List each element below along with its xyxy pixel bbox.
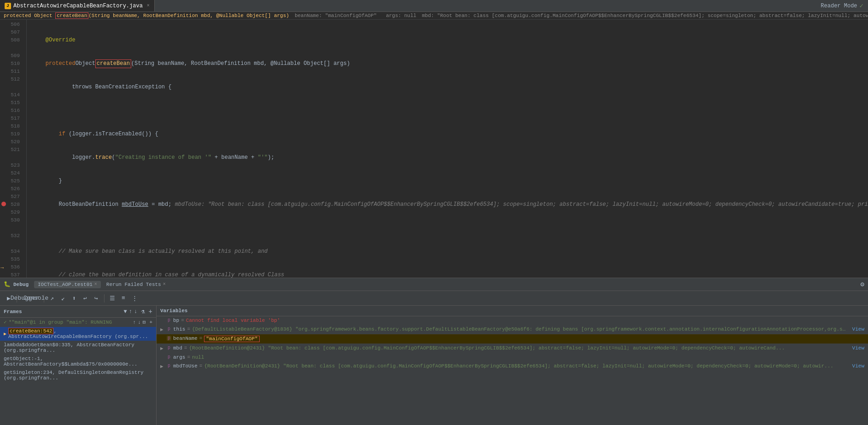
frames-list: ✓ *"main"@1 in group "main": RUNNING ↑ ↓… [0, 318, 156, 425]
debug-title: 🐛 Debug [4, 281, 29, 288]
code-line-509: if (logger.isTraceEnabled()) { [30, 130, 868, 138]
code-line-506: @Override [30, 36, 868, 44]
view-link-mbd[interactable]: View [852, 345, 864, 351]
variables-header: Variables [157, 306, 868, 316]
var-type-icon-bp: p [167, 318, 171, 323]
debug-title-label: Debug [13, 282, 29, 287]
code-line-508: throws BeanCreationException { [30, 83, 868, 91]
debug-tab-ioct-label: IOCTest_AOP.test01 [38, 282, 93, 287]
var-eq-mbd: = [184, 345, 187, 351]
view-link-this[interactable]: View [852, 326, 864, 332]
var-expand-this[interactable]: ▶ [160, 326, 165, 332]
frame-item-2[interactable]: getObject:-1, AbstractBeanFactory$$Lambd… [0, 355, 156, 368]
code-line-blank1 [30, 107, 868, 115]
evaluate-button[interactable]: ↪ [91, 293, 101, 303]
var-eq-this: = [187, 326, 190, 332]
var-name-beanname: beanName [173, 336, 198, 341]
var-item-bp: p bp = Cannot find local variable 'bp' [157, 316, 868, 325]
frames-funnel-icon[interactable]: ⚗ [141, 308, 145, 315]
createBean-highlight: createBean [95, 59, 131, 68]
settings-icon[interactable]: ⚙ [861, 280, 864, 288]
code-line-514: // Make sure bean class is actually reso… [30, 248, 868, 256]
frames-panel: Frames ▼ ↑ ↓ ⚗ + ✓ *"main"@1 in group "m… [0, 306, 157, 425]
var-type-icon-mbd: p [167, 345, 171, 350]
frame-0-icon: ▶ [4, 331, 6, 337]
frame-item-1[interactable]: lambda$doGetBean$0:335, AbstractBeanFact… [0, 341, 156, 355]
tab-label: AbstractAutowireCapableBeanFactory.java [13, 3, 143, 9]
watches-button[interactable]: ≡ [118, 293, 128, 303]
variables-list: p bp = Cannot find local variable 'bp' ▶… [157, 316, 868, 425]
step-over-button[interactable]: ↗ [47, 293, 57, 303]
current-line-arrow: → [0, 265, 4, 271]
frames-up-icon[interactable]: ↑ [129, 309, 132, 315]
thread-add-icon[interactable]: + [149, 320, 152, 325]
view-link-mbdtouse[interactable]: View [852, 363, 864, 369]
tab-close-button[interactable]: × [147, 3, 150, 8]
thread-item: ✓ *"main"@1 in group "main": RUNNING ↑ ↓… [0, 318, 156, 327]
debug-tab-rerun[interactable]: Rerun Failed Tests × [103, 281, 169, 288]
frames-down-icon[interactable]: ↓ [134, 309, 137, 315]
var-value-bp: Cannot find local variable 'bp' [186, 318, 864, 323]
frames-add-icon[interactable]: + [149, 308, 152, 315]
var-value-mbdtouse: {RootBeanDefinition@2431} "Root bean: cl… [204, 363, 848, 369]
more-button[interactable]: ⋮ [129, 293, 140, 303]
main-tab[interactable]: J AbstractAutowireCapableBeanFactory.jav… [0, 0, 155, 12]
var-type-icon-args: p [167, 355, 171, 360]
frames-button[interactable]: ☰ [107, 293, 117, 303]
hint-bar: protected Object createBean(String beanN… [0, 12, 868, 20]
var-name-mbdtouse: mbdToUse [173, 363, 198, 369]
var-expand-mbd[interactable]: ▶ [160, 345, 165, 351]
thread-expand-icon[interactable]: ↑ [133, 320, 136, 325]
debug-tab-rerun-close[interactable]: × [163, 282, 166, 287]
code-line-512: RootBeanDefinition mbdToUse = mbd; mbdTo… [30, 201, 868, 209]
var-type-icon-this: p [167, 326, 171, 332]
debug-tab-ioct-close[interactable]: × [94, 282, 97, 287]
thread-label: *"main"@1 in group "main": RUNNING [9, 320, 112, 325]
var-name-mbd: mbd [173, 345, 182, 351]
console-tab-btn[interactable]: Console [31, 293, 41, 303]
frame-item-0[interactable]: ▶ createBean:542, AbstractAutowireCapabl… [0, 327, 156, 341]
frame-item-3[interactable]: getSingleton:234, DefaultSingletonBeanRe… [0, 368, 156, 382]
var-value-beanname: "mainConfigOfAOP" [204, 336, 259, 342]
console-tab-label: Console [23, 295, 49, 302]
var-item-mbd: ▶ p mbd = {RootBeanDefinition@2431} "Roo… [157, 344, 868, 353]
step-out-button[interactable]: ⬆ [69, 293, 79, 303]
var-item-this: ▶ p this = {DefaultListableBeanFactory@1… [157, 325, 868, 334]
var-expand-mbdtouse[interactable]: ▶ [160, 363, 165, 369]
java-file-icon: J [5, 3, 11, 9]
reader-mode-label: Reader Mode [821, 3, 857, 9]
code-editor: → 506 507 508 509 510 511 512 514 515 51… [0, 20, 868, 278]
var-name-args: args [173, 355, 185, 360]
debug-tab-ioct[interactable]: IOCTest_AOP.test01 × [34, 281, 101, 288]
toolbar-sep-3 [104, 294, 105, 303]
var-eq-bp: = [181, 318, 184, 323]
frame-1-text: lambda$doGetBean$0:335, AbstractBeanFact… [4, 342, 152, 353]
run-to-cursor-button[interactable]: ↩ [80, 293, 90, 303]
reader-mode-checkmark: ✓ [860, 2, 863, 10]
hint-method: protected Object createBean(String beanN… [4, 13, 289, 18]
frame-2-text: getObject:-1, AbstractBeanFactory$$Lambd… [4, 356, 152, 367]
var-eq-mbdtouse: = [199, 363, 203, 369]
thread-down-icon[interactable]: ↓ [138, 320, 141, 325]
variables-panel: Variables p bp = Cannot find local varia… [157, 306, 868, 425]
var-type-icon-beanname: p [167, 336, 171, 341]
var-value-this: {DefaultListableBeanFactory@1836} "org.s… [192, 326, 849, 332]
frames-filter-icon[interactable]: ▼ [124, 309, 127, 315]
thread-check-icon: ✓ [4, 319, 7, 325]
gutter: → [0, 20, 7, 278]
breakpoint-indicator [1, 202, 6, 206]
var-eq-beanname: = [199, 336, 203, 341]
frames-header: Frames ▼ ↑ ↓ ⚗ + [0, 306, 156, 318]
thread-filter-icon[interactable]: ⊟ [143, 319, 146, 325]
code-line-515: // clone the bean definition in case of … [30, 271, 868, 278]
tab-bar: J AbstractAutowireCapableBeanFactory.jav… [0, 0, 868, 12]
frame-3-text: getSingleton:234, DefaultSingletonBeanRe… [4, 370, 152, 381]
debug-tab-rerun-label: Rerun Failed Tests [106, 282, 161, 287]
var-eq-args: = [187, 355, 190, 360]
step-into-button[interactable]: ↙ [58, 293, 68, 303]
var-value-mbd: {RootBeanDefinition@2431} "Root bean: cl… [189, 345, 848, 351]
editor-area: → 506 507 508 509 510 511 512 514 515 51… [0, 20, 868, 278]
frames-title: Frames [4, 309, 122, 314]
toolbar-sep-2 [44, 294, 44, 303]
code-line-511: } [30, 177, 868, 185]
